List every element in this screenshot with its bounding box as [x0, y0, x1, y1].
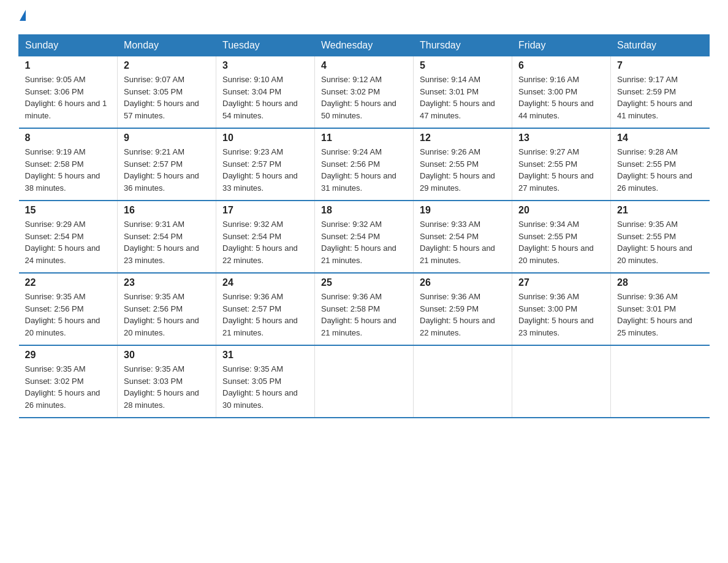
- day-info: Sunrise: 9:26 AMSunset: 2:55 PMDaylight:…: [420, 146, 506, 194]
- day-number: 17: [222, 205, 308, 216]
- day-info: Sunrise: 9:32 AMSunset: 2:54 PMDaylight:…: [222, 218, 308, 266]
- day-info: Sunrise: 9:29 AMSunset: 2:54 PMDaylight:…: [25, 218, 112, 266]
- header-friday: Friday: [512, 35, 611, 56]
- day-number: 31: [222, 350, 308, 361]
- day-info: Sunrise: 9:36 AMSunset: 3:01 PMDaylight:…: [617, 291, 703, 339]
- week-row-4: 22Sunrise: 9:35 AMSunset: 2:56 PMDayligh…: [19, 273, 710, 345]
- day-number: 22: [25, 277, 112, 288]
- day-cell: [315, 345, 414, 418]
- day-info: Sunrise: 9:36 AMSunset: 2:58 PMDaylight:…: [321, 291, 407, 339]
- day-info: Sunrise: 9:33 AMSunset: 2:54 PMDaylight:…: [420, 218, 506, 266]
- day-cell: 19Sunrise: 9:33 AMSunset: 2:54 PMDayligh…: [414, 201, 512, 273]
- day-info: Sunrise: 9:10 AMSunset: 3:04 PMDaylight:…: [222, 74, 308, 121]
- day-info: Sunrise: 9:28 AMSunset: 2:55 PMDaylight:…: [617, 146, 703, 194]
- day-cell: 13Sunrise: 9:27 AMSunset: 2:55 PMDayligh…: [512, 128, 611, 201]
- day-number: 9: [124, 132, 210, 144]
- week-row-5: 29Sunrise: 9:35 AMSunset: 3:02 PMDayligh…: [19, 345, 710, 418]
- day-cell: [611, 345, 710, 418]
- day-number: 2: [124, 60, 210, 71]
- day-number: 25: [321, 277, 407, 288]
- day-cell: 22Sunrise: 9:35 AMSunset: 2:56 PMDayligh…: [19, 273, 118, 345]
- day-info: Sunrise: 9:23 AMSunset: 2:57 PMDaylight:…: [222, 146, 308, 194]
- day-number: 16: [124, 205, 210, 216]
- day-info: Sunrise: 9:35 AMSunset: 3:05 PMDaylight:…: [222, 363, 308, 411]
- day-number: 10: [222, 132, 308, 144]
- day-number: 15: [25, 205, 112, 216]
- day-number: 11: [321, 132, 407, 144]
- day-number: 1: [25, 60, 112, 71]
- day-info: Sunrise: 9:31 AMSunset: 2:54 PMDaylight:…: [124, 218, 210, 266]
- day-cell: 18Sunrise: 9:32 AMSunset: 2:54 PMDayligh…: [315, 201, 414, 273]
- day-cell: 2Sunrise: 9:07 AMSunset: 3:05 PMDaylight…: [118, 56, 216, 129]
- day-cell: 30Sunrise: 9:35 AMSunset: 3:03 PMDayligh…: [118, 345, 216, 418]
- day-number: 3: [222, 60, 308, 71]
- day-cell: 21Sunrise: 9:35 AMSunset: 2:55 PMDayligh…: [611, 201, 710, 273]
- day-number: 12: [420, 132, 506, 144]
- day-info: Sunrise: 9:35 AMSunset: 3:02 PMDaylight:…: [25, 363, 112, 411]
- header-saturday: Saturday: [611, 35, 710, 56]
- day-info: Sunrise: 9:16 AMSunset: 3:00 PMDaylight:…: [518, 74, 604, 121]
- page-header: [18, 12, 710, 23]
- header-monday: Monday: [118, 35, 216, 56]
- day-number: 7: [617, 60, 703, 71]
- day-info: Sunrise: 9:07 AMSunset: 3:05 PMDaylight:…: [124, 74, 210, 121]
- week-row-3: 15Sunrise: 9:29 AMSunset: 2:54 PMDayligh…: [19, 201, 710, 273]
- day-info: Sunrise: 9:35 AMSunset: 3:03 PMDaylight:…: [124, 363, 210, 411]
- day-info: Sunrise: 9:36 AMSunset: 2:57 PMDaylight:…: [222, 291, 308, 339]
- day-cell: [512, 345, 611, 418]
- day-number: 27: [518, 277, 604, 288]
- day-number: 28: [617, 277, 703, 288]
- day-info: Sunrise: 9:12 AMSunset: 3:02 PMDaylight:…: [321, 74, 407, 121]
- day-cell: 17Sunrise: 9:32 AMSunset: 2:54 PMDayligh…: [216, 201, 315, 273]
- day-number: 13: [518, 132, 604, 144]
- day-cell: 7Sunrise: 9:17 AMSunset: 2:59 PMDaylight…: [611, 56, 710, 129]
- day-info: Sunrise: 9:17 AMSunset: 2:59 PMDaylight:…: [617, 74, 703, 121]
- day-info: Sunrise: 9:24 AMSunset: 2:56 PMDaylight:…: [321, 146, 407, 194]
- week-row-1: 1Sunrise: 9:05 AMSunset: 3:06 PMDaylight…: [19, 56, 710, 129]
- day-cell: 12Sunrise: 9:26 AMSunset: 2:55 PMDayligh…: [414, 128, 512, 201]
- day-cell: 4Sunrise: 9:12 AMSunset: 3:02 PMDaylight…: [315, 56, 414, 129]
- day-cell: 31Sunrise: 9:35 AMSunset: 3:05 PMDayligh…: [216, 345, 315, 418]
- day-number: 18: [321, 205, 407, 216]
- header-thursday: Thursday: [414, 35, 512, 56]
- day-number: 23: [124, 277, 210, 288]
- day-info: Sunrise: 9:36 AMSunset: 2:59 PMDaylight:…: [420, 291, 506, 339]
- day-cell: 27Sunrise: 9:36 AMSunset: 3:00 PMDayligh…: [512, 273, 611, 345]
- calendar-header-row: Sunday Monday Tuesday Wednesday Thursday…: [19, 35, 710, 56]
- day-number: 8: [25, 132, 112, 144]
- day-cell: 26Sunrise: 9:36 AMSunset: 2:59 PMDayligh…: [414, 273, 512, 345]
- day-cell: [414, 345, 512, 418]
- day-info: Sunrise: 9:14 AMSunset: 3:01 PMDaylight:…: [420, 74, 506, 121]
- day-number: 30: [124, 350, 210, 361]
- day-info: Sunrise: 9:05 AMSunset: 3:06 PMDaylight:…: [25, 74, 112, 121]
- day-info: Sunrise: 9:35 AMSunset: 2:55 PMDaylight:…: [617, 218, 703, 266]
- day-number: 20: [518, 205, 604, 216]
- logo-triangle-icon: [20, 10, 26, 21]
- day-info: Sunrise: 9:21 AMSunset: 2:57 PMDaylight:…: [124, 146, 210, 194]
- day-info: Sunrise: 9:35 AMSunset: 2:56 PMDaylight:…: [25, 291, 112, 339]
- day-info: Sunrise: 9:34 AMSunset: 2:55 PMDaylight:…: [518, 218, 604, 266]
- day-cell: 5Sunrise: 9:14 AMSunset: 3:01 PMDaylight…: [414, 56, 512, 129]
- day-number: 14: [617, 132, 703, 144]
- day-info: Sunrise: 9:35 AMSunset: 2:56 PMDaylight:…: [124, 291, 210, 339]
- day-info: Sunrise: 9:19 AMSunset: 2:58 PMDaylight:…: [25, 146, 112, 194]
- day-cell: 20Sunrise: 9:34 AMSunset: 2:55 PMDayligh…: [512, 201, 611, 273]
- calendar-table: Sunday Monday Tuesday Wednesday Thursday…: [18, 34, 710, 418]
- day-number: 21: [617, 205, 703, 216]
- day-cell: 23Sunrise: 9:35 AMSunset: 2:56 PMDayligh…: [118, 273, 216, 345]
- day-cell: 6Sunrise: 9:16 AMSunset: 3:00 PMDaylight…: [512, 56, 611, 129]
- day-number: 6: [518, 60, 604, 71]
- day-cell: 14Sunrise: 9:28 AMSunset: 2:55 PMDayligh…: [611, 128, 710, 201]
- day-cell: 9Sunrise: 9:21 AMSunset: 2:57 PMDaylight…: [118, 128, 216, 201]
- day-info: Sunrise: 9:27 AMSunset: 2:55 PMDaylight:…: [518, 146, 604, 194]
- day-number: 19: [420, 205, 506, 216]
- day-cell: 8Sunrise: 9:19 AMSunset: 2:58 PMDaylight…: [19, 128, 118, 201]
- header-wednesday: Wednesday: [315, 35, 414, 56]
- day-cell: 29Sunrise: 9:35 AMSunset: 3:02 PMDayligh…: [19, 345, 118, 418]
- day-cell: 3Sunrise: 9:10 AMSunset: 3:04 PMDaylight…: [216, 56, 315, 129]
- day-cell: 10Sunrise: 9:23 AMSunset: 2:57 PMDayligh…: [216, 128, 315, 201]
- day-number: 29: [25, 350, 112, 361]
- day-cell: 11Sunrise: 9:24 AMSunset: 2:56 PMDayligh…: [315, 128, 414, 201]
- day-number: 4: [321, 60, 407, 71]
- day-number: 26: [420, 277, 506, 288]
